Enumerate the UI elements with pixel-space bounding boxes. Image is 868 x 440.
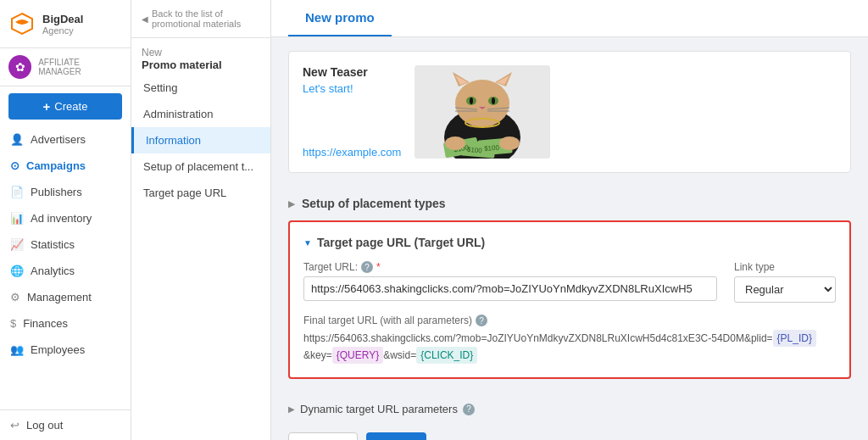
person-icon: 👤 <box>10 133 24 146</box>
link-type-select[interactable]: Regular Smart Custom <box>734 276 836 303</box>
brand-name: BigDeal <box>42 13 83 25</box>
target-url-chevron-icon <box>303 238 312 248</box>
target-url-header[interactable]: Target page URL (Target URL) <box>303 236 836 249</box>
logout-item[interactable]: ↩ Log out <box>0 410 131 440</box>
dynamic-chevron-icon <box>288 404 295 414</box>
required-marker: * <box>376 261 381 273</box>
main-content-area: New promo New Teaser Let's start! https:… <box>271 0 868 440</box>
param-pl-id: {PL_ID} <box>773 330 816 347</box>
management-icon: ⚙ <box>10 291 20 304</box>
sidebar: BigDeal Agency ✿ Affiliate Manager Creat… <box>0 0 131 440</box>
inventory-icon: 📊 <box>10 212 24 225</box>
setup-chevron-icon <box>288 199 295 209</box>
target-url-group: Target URL: ? * <box>303 261 717 303</box>
teaser-image: $100 $100 $100 <box>415 65 550 159</box>
link-type-label: Link type <box>734 261 836 273</box>
sub-nav-information[interactable]: Information <box>131 127 270 153</box>
logout-icon: ↩ <box>10 419 19 432</box>
svg-text:$100: $100 <box>467 146 483 155</box>
param-click-id: {CLICK_ID} <box>416 347 477 364</box>
sidebar-item-finances[interactable]: $ Finances <box>0 310 131 337</box>
sidebar-item-ad-inventory[interactable]: 📊 Ad inventory <box>0 205 131 231</box>
create-button[interactable]: Create <box>8 93 122 120</box>
sub-nav-administration[interactable]: Administration <box>131 101 270 127</box>
target-url-help-icon[interactable]: ? <box>361 261 373 273</box>
sidebar-item-employees[interactable]: 👥 Employees <box>0 337 131 363</box>
analytics-icon: 🌐 <box>10 265 24 277</box>
publisher-icon: 📄 <box>10 186 24 198</box>
sub-sidebar: Back to the list of promotional material… <box>131 0 271 440</box>
svg-point-10 <box>492 97 495 104</box>
employees-icon: 👥 <box>10 343 24 356</box>
chevron-left-icon <box>142 13 148 25</box>
svg-point-9 <box>470 97 473 104</box>
main-content: New Teaser Let's start! https://example.… <box>271 37 868 440</box>
logo: BigDeal Agency <box>0 0 131 48</box>
sub-nav-setup-placement[interactable]: Setup of placement t... <box>131 153 270 180</box>
cancel-button[interactable]: Cancel <box>288 432 358 440</box>
save-button[interactable]: Save <box>366 432 426 440</box>
final-url-group: Final target URL (with all parameters) ?… <box>303 315 836 364</box>
footer-buttons: Cancel Save <box>288 426 851 440</box>
sidebar-item-analytics[interactable]: 🌐 Analytics <box>0 258 131 284</box>
teaser-image-svg: $100 $100 $100 <box>415 65 550 159</box>
sidebar-item-management[interactable]: ⚙ Management <box>0 284 131 310</box>
section-label: New <box>142 47 260 58</box>
main-nav: 👤 Advertisers ⊙ Campaigns 📄 Publishers 📊… <box>0 126 131 409</box>
user-section: ✿ Affiliate Manager <box>0 48 131 86</box>
sidebar-footer: ↩ Log out <box>0 409 131 440</box>
finances-icon: $ <box>10 317 16 330</box>
final-url-label: Final target URL (with all parameters) ? <box>303 315 836 326</box>
sidebar-item-statistics[interactable]: 📈 Statistics <box>0 231 131 258</box>
plus-icon <box>43 99 51 114</box>
create-label: Create <box>54 100 87 113</box>
target-url-title-text: Target page URL (Target URL) <box>317 236 485 249</box>
sidebar-item-publishers[interactable]: 📄 Publishers <box>0 179 131 205</box>
campaign-icon: ⊙ <box>10 159 19 172</box>
teaser-url[interactable]: https://example.com <box>303 146 401 159</box>
page-title[interactable]: New promo <box>288 0 392 36</box>
brand-subtitle: Agency <box>42 25 83 36</box>
param-query: {QUERY} <box>332 347 383 364</box>
teaser-subtitle: Let's start! <box>303 82 401 95</box>
main-header: New promo <box>271 0 868 37</box>
link-type-group: Link type Regular Smart Custom <box>734 261 836 303</box>
sidebar-item-campaigns[interactable]: ⊙ Campaigns <box>0 153 131 179</box>
teaser-card: New Teaser Let's start! https://example.… <box>288 51 851 173</box>
stats-icon: 📈 <box>10 238 24 251</box>
logo-icon <box>8 10 36 37</box>
user-role: Affiliate Manager <box>38 58 122 76</box>
target-url-section: Target page URL (Target URL) Target URL:… <box>288 220 851 379</box>
svg-point-23 <box>445 136 465 150</box>
teaser-title: New Teaser <box>303 65 401 79</box>
final-url-help-icon[interactable]: ? <box>476 315 487 326</box>
back-button[interactable]: Back to the list of promotional material… <box>131 0 270 38</box>
svg-text:$100: $100 <box>484 144 500 153</box>
setup-section-header[interactable]: Setup of placement types <box>288 187 851 220</box>
target-url-input[interactable] <box>303 276 717 301</box>
dynamic-help-icon[interactable]: ? <box>463 404 475 415</box>
sub-nav-target-page-url[interactable]: Target page URL <box>131 180 270 206</box>
final-url-text: https://564063.shakingclicks.com/?mob=Jo… <box>303 330 836 364</box>
sub-nav-setting[interactable]: Setting <box>131 75 270 101</box>
form-row-target: Target URL: ? * Link type Regular Smart … <box>303 261 836 303</box>
dynamic-section-title: Dynamic target URL parameters <box>300 403 458 415</box>
target-url-label: Target URL: ? * <box>303 261 717 273</box>
user-avatar: ✿ <box>8 55 31 79</box>
section-sublabel: Promo material <box>142 58 260 71</box>
svg-point-24 <box>499 136 520 150</box>
sidebar-item-advertisers[interactable]: 👤 Advertisers <box>0 126 131 153</box>
dynamic-section-header[interactable]: Dynamic target URL parameters ? <box>288 393 851 426</box>
svg-point-2 <box>455 80 509 127</box>
setup-section-title: Setup of placement types <box>302 197 446 210</box>
